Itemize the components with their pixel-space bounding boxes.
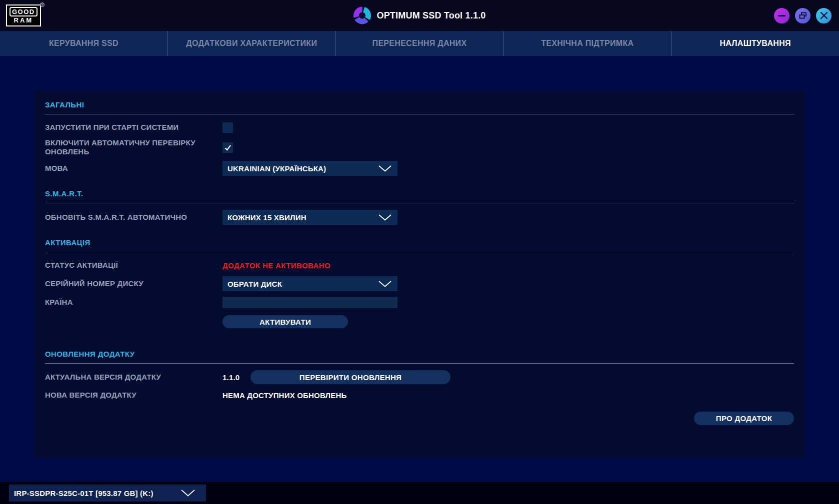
chevron-down-icon xyxy=(378,165,392,172)
close-icon xyxy=(820,11,828,19)
current-version-value: 1.1.0 xyxy=(222,373,250,382)
serial-number-row: СЕРІЙНИЙ НОМЕР ДИСКУ ОБРАТИ ДИСК xyxy=(45,276,794,291)
section-divider xyxy=(45,252,794,252)
chevron-down-icon xyxy=(181,490,195,497)
run-at-startup-checkbox[interactable] xyxy=(222,122,233,133)
minimize-icon xyxy=(778,15,786,16)
settings-page: ЗАГАЛЬНІ ЗАПУСТИТИ ПРИ СТАРТІ СИСТЕМИ ВК… xyxy=(0,56,839,482)
title-bar: GOOD RAM ® OPTIMUM SSD Tool 1.1.0 xyxy=(0,0,839,31)
goodram-logo-ram: RAM xyxy=(14,17,34,24)
smart-refresh-dropdown[interactable]: КОЖНИХ 15 ХВИЛИН xyxy=(222,210,398,225)
country-row: КРАЇНА xyxy=(45,296,794,309)
language-dropdown[interactable]: UKRAINIAN (УКРАЇНСЬКА) xyxy=(222,161,398,176)
smart-refresh-label: ОБНОВІТЬ S.M.A.R.T. АВТОМАТИЧНО xyxy=(45,213,222,222)
new-version-label: НОВА ВЕРСІЯ ДОДАТКУ xyxy=(45,391,222,400)
check-updates-button[interactable]: ПЕРЕВІРИТИ ОНОВЛЕННЯ xyxy=(250,370,450,384)
about-row: ПРО ДОДАТОК xyxy=(45,412,794,425)
activate-button[interactable]: АКТИВУВАТИ xyxy=(222,315,348,328)
about-button[interactable]: ПРО ДОДАТОК xyxy=(694,412,794,425)
serial-number-dropdown[interactable]: ОБРАТИ ДИСК xyxy=(222,276,398,291)
activation-status-row: СТАТУС АКТИВАЦІЇ ДОДАТОК НЕ АКТИВОВАНО xyxy=(45,259,794,272)
goodram-logo-good: GOOD xyxy=(10,7,38,16)
maximize-button[interactable] xyxy=(795,8,810,23)
country-label: КРАЇНА xyxy=(45,298,222,307)
section-divider xyxy=(45,363,794,364)
chevron-down-icon xyxy=(378,281,392,287)
drive-bar: IRP-SSDPR-S25C-01T [953.87 GB] (K:) xyxy=(0,482,839,504)
activation-status-label: СТАТУС АКТИВАЦІЇ xyxy=(45,261,222,270)
auto-update-check-row: ВКЛЮЧИТИ АВТОМАТИЧНУ ПЕРЕВІРКУ ОНОВЛЕНЬ xyxy=(45,138,794,156)
checkmark-icon xyxy=(224,143,232,152)
chevron-down-icon xyxy=(378,214,392,221)
auto-update-check-label: ВКЛЮЧИТИ АВТОМАТИЧНУ ПЕРЕВІРКУ ОНОВЛЕНЬ xyxy=(45,138,222,156)
drive-selector-dropdown[interactable]: IRP-SSDPR-S25C-01T [953.87 GB] (K:) xyxy=(9,485,206,502)
serial-number-dropdown-value: ОБРАТИ ДИСК xyxy=(228,280,282,288)
drive-selector-value: IRP-SSDPR-S25C-01T [953.87 GB] (K:) xyxy=(14,489,154,498)
tab-data-migration[interactable]: ПЕРЕНЕСЕННЯ ДАНИХ xyxy=(336,31,504,56)
app-brand: OPTIMUM SSD Tool 1.1.0 xyxy=(353,6,486,24)
auto-update-check-checkbox[interactable] xyxy=(222,142,233,153)
current-version-row: АКТУАЛЬНА ВЕРСІЯ ДОДАТКУ 1.1.0 ПЕРЕВІРИТ… xyxy=(45,370,794,384)
run-at-startup-label: ЗАПУСТИТИ ПРИ СТАРТІ СИСТЕМИ xyxy=(45,123,222,132)
spacer xyxy=(45,229,794,236)
smart-refresh-dropdown-value: КОЖНИХ 15 ХВИЛИН xyxy=(228,213,306,222)
section-general-header: ЗАГАЛЬНІ xyxy=(45,100,794,109)
minimize-button[interactable] xyxy=(774,8,790,23)
activation-status-value: ДОДАТОК НЕ АКТИВОВАНО xyxy=(222,261,330,270)
tab-advanced-characteristics[interactable]: ДОДАТКОВИ ХАРАКТЕРИСТИКИ xyxy=(168,31,336,56)
serial-number-label: СЕРІЙНИЙ НОМЕР ДИСКУ xyxy=(45,279,222,288)
section-smart-header: S.M.A.R.T. xyxy=(45,189,794,198)
settings-panel: ЗАГАЛЬНІ ЗАПУСТИТИ ПРИ СТАРТІ СИСТЕМИ ВК… xyxy=(34,90,805,458)
window-controls xyxy=(774,8,832,23)
tab-technical-support[interactable]: ТЕХНІЧНА ПІДТРИМКА xyxy=(504,31,672,56)
language-dropdown-value: UKRAINIAN (УКРАЇНСЬКА) xyxy=(228,164,326,173)
optimum-disc-icon xyxy=(353,6,371,24)
section-divider xyxy=(45,203,794,203)
language-label: МОВА xyxy=(45,164,222,173)
new-version-row: НОВА ВЕРСІЯ ДОДАТКУ НЕМА ДОСТУПНИХ ОБНОВ… xyxy=(45,389,794,402)
registered-trademark-icon: ® xyxy=(40,2,44,7)
current-version-label: АКТУАЛЬНА ВЕРСІЯ ДОДАТКУ xyxy=(45,373,222,382)
tab-ssd-management[interactable]: КЕРУВАННЯ SSD xyxy=(0,31,168,56)
close-button[interactable] xyxy=(816,8,832,23)
app-title: OPTIMUM SSD Tool 1.1.0 xyxy=(376,10,486,21)
country-input[interactable] xyxy=(222,297,398,308)
goodram-logo: GOOD RAM ® xyxy=(6,4,41,26)
language-row: МОВА UKRAINIAN (УКРАЇНСЬКА) xyxy=(45,161,794,176)
spacer xyxy=(45,180,794,187)
section-update-header: ОНОВЛЕННЯ ДОДАТКУ xyxy=(45,350,794,358)
main-tabs: КЕРУВАННЯ SSD ДОДАТКОВИ ХАРАКТЕРИСТИКИ П… xyxy=(0,31,839,56)
smart-refresh-row: ОБНОВІТЬ S.M.A.R.T. АВТОМАТИЧНО КОЖНИХ 1… xyxy=(45,210,794,225)
activate-row: АКТИВУВАТИ xyxy=(45,313,794,328)
section-activation-header: АКТИВАЦІЯ xyxy=(45,238,794,247)
new-version-value: НЕМА ДОСТУПНИХ ОБНОВЛЕНЬ xyxy=(222,391,347,400)
section-divider xyxy=(45,114,794,114)
restore-window-icon xyxy=(799,12,807,19)
run-at-startup-row: ЗАПУСТИТИ ПРИ СТАРТІ СИСТЕМИ xyxy=(45,121,794,134)
spacer xyxy=(45,333,794,348)
tab-settings[interactable]: НАЛАШТУВАННЯ xyxy=(672,31,839,56)
